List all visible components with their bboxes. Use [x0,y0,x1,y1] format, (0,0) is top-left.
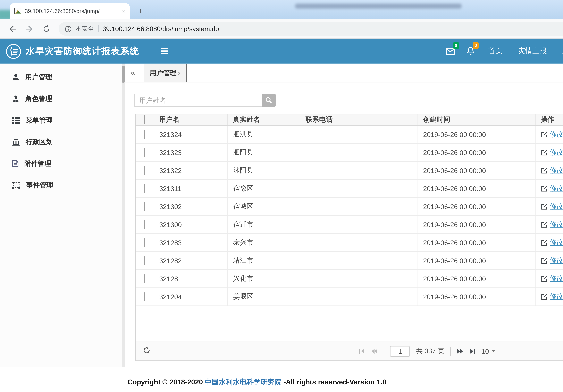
edit-link[interactable]: 修改 [550,274,563,283]
select-all-checkbox[interactable] [144,116,145,124]
scrollbar-thumb[interactable] [122,66,125,83]
browser-tab[interactable]: 39.100.124.66:8080/drs/jump/ × [10,3,130,19]
edit-link[interactable]: 修改 [550,130,563,139]
sidebar-item-label: 事件管理 [26,181,53,189]
cell-username: 321323 [154,143,228,161]
sidebar: 用户管理 角色管理 菜单管理 行政区划 附件管理 事件管理 [0,64,122,367]
refresh-icon[interactable] [143,346,150,356]
first-page-icon[interactable] [359,348,366,354]
cell-created: 2019-06-26 00:00:00 [418,125,535,143]
sidebar-item-attachments[interactable]: 附件管理 [0,153,122,174]
tab-user-management[interactable]: 用户管理 x [144,64,187,82]
cell-username: 321282 [154,251,228,269]
cell-phone [300,215,418,233]
cell-phone [300,125,418,143]
footer-divider [125,371,563,371]
envelope-icon [446,48,455,55]
tab-close-icon[interactable]: x [178,70,181,76]
pager-divider [450,347,451,356]
browser-tab-strip: 39.100.124.66:8080/drs/jump/ × + [0,0,563,19]
edit-link[interactable]: 修改 [550,202,563,211]
table-row: 321302 宿城区 2019-06-26 00:00:00 修改 权限 密码 … [136,197,563,215]
page-size-dropdown[interactable]: 10 [481,347,495,355]
cell-realname: 宿迁市 [228,215,300,233]
url-text[interactable]: 39.100.124.66:8080/drs/jump/system.do [102,25,219,32]
app-brand: 水旱灾害防御统计报表系统 [0,43,139,59]
sidebar-item-admin-regions[interactable]: 行政区划 [0,131,122,153]
caret-down-icon [492,350,495,352]
table-row: 321311 宿豫区 2019-06-26 00:00:00 修改 权限 密码 … [136,179,563,197]
cell-created: 2019-06-26 00:00:00 [418,179,535,197]
page-size-value: 10 [481,347,489,355]
edit-icon [541,149,548,156]
app-logo-icon [6,43,21,59]
edit-icon [541,221,548,228]
sidebar-item-events[interactable]: 事件管理 [0,174,122,196]
back-icon[interactable] [6,23,18,35]
row-checkbox[interactable] [144,292,145,301]
background-window-title-blur [295,4,462,9]
prev-page-icon[interactable] [371,348,378,354]
edit-icon [541,293,548,300]
messages-button[interactable]: 0 [440,39,461,64]
edit-icon [541,257,548,264]
row-checkbox[interactable] [144,256,145,265]
tab-close-icon[interactable]: × [122,8,125,14]
edit-link[interactable]: 修改 [550,166,563,175]
table-row: 321322 沭阳县 2019-06-26 00:00:00 修改 权限 密码 … [136,161,563,179]
browser-toolbar: 不安全 39.100.124.66:8080/drs/jump/system.d… [0,19,563,39]
row-checkbox[interactable] [144,220,145,229]
nav-item-disaster-report[interactable]: 灾情上报 [510,39,554,64]
sidebar-scrollbar[interactable] [122,64,125,367]
nav-item-history[interactable]: 历年灾情 [554,39,563,64]
edit-icon [541,203,548,210]
last-page-icon[interactable] [469,348,475,354]
new-tab-button[interactable]: + [135,5,146,17]
tabs-scroll-left-icon[interactable]: « [125,64,141,82]
next-page-icon[interactable] [457,348,463,354]
row-checkbox[interactable] [144,130,145,139]
institute-link[interactable]: 中国水利水电科学研究院 [205,378,282,386]
search-input[interactable] [134,94,262,107]
edit-link[interactable]: 修改 [550,256,563,265]
page-number-input[interactable] [390,346,410,357]
search-button[interactable] [262,94,276,107]
bank-icon [12,138,20,145]
notifications-button[interactable]: 0 [461,39,481,64]
search-icon [265,97,272,104]
edit-link[interactable]: 修改 [550,220,563,229]
sidebar-item-menus[interactable]: 菜单管理 [0,109,122,131]
edit-link[interactable]: 修改 [550,292,563,301]
row-checkbox[interactable] [144,274,145,283]
security-label[interactable]: 不安全 [76,25,94,33]
sidebar-item-label: 附件管理 [24,159,51,168]
app-header: 水旱灾害防御统计报表系统 0 0 首页 灾情上报 历年灾情 报表管理 系统管理 … [0,39,563,64]
cell-realname: 兴化市 [228,269,300,287]
sidebar-item-roles[interactable]: 角色管理 [0,88,122,109]
page-body: 用户管理 角色管理 菜单管理 行政区划 附件管理 事件管理 [0,64,563,367]
reload-icon[interactable] [40,23,52,35]
table-row: 321283 泰兴市 2019-06-26 00:00:00 修改 权限 密码 … [136,233,563,251]
edit-link[interactable]: 修改 [550,238,563,247]
row-checkbox[interactable] [144,148,145,157]
row-checkbox[interactable] [144,166,145,175]
cell-username: 321204 [154,287,228,305]
select-all-header [136,115,154,125]
row-checkbox[interactable] [144,202,145,211]
row-checkbox[interactable] [144,238,145,247]
nav-item-home[interactable]: 首页 [481,39,510,64]
attachment-file-icon [12,160,18,167]
address-bar[interactable]: 不安全 39.100.124.66:8080/drs/jump/system.d… [59,22,563,36]
edit-link[interactable]: 修改 [550,148,563,157]
copyright-suffix: -All rights reserved-Version 1.0 [282,378,386,386]
content-tab-bar: « 用户管理 x » 页签操作 [125,64,563,82]
cell-username: 321283 [154,233,228,251]
sidebar-toggle-icon[interactable] [161,48,168,54]
row-checkbox[interactable] [144,184,145,193]
edit-link[interactable]: 修改 [550,184,563,193]
sidebar-item-label: 行政区划 [26,138,53,146]
sidebar-item-users[interactable]: 用户管理 [0,66,122,88]
cell-username: 321322 [154,161,228,179]
forward-icon[interactable] [24,23,35,35]
cell-username: 321281 [154,269,228,287]
